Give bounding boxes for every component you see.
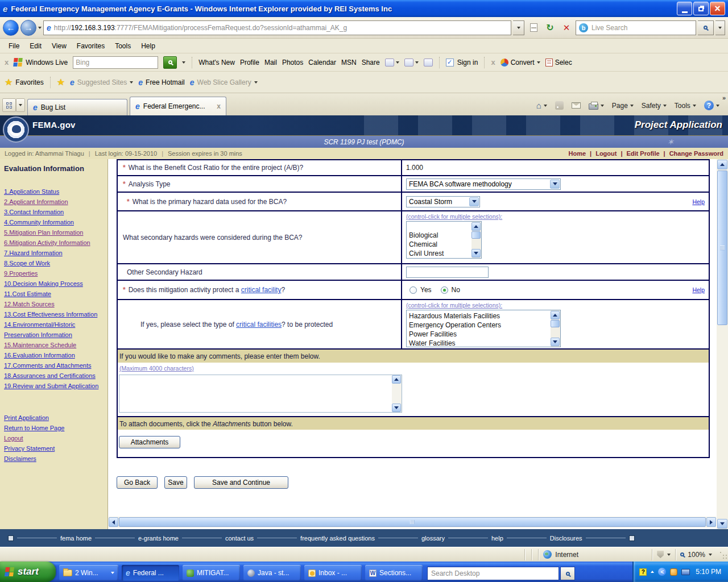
scroll-up-icon[interactable] xyxy=(717,160,727,169)
listbox-option[interactable]: Power Facilities xyxy=(409,330,549,339)
desktop-search-button[interactable] xyxy=(560,567,575,580)
live-calendar-link[interactable]: Calendar xyxy=(308,59,336,66)
feeds-button[interactable] xyxy=(552,100,566,111)
url-field[interactable]: e http://192.168.3.193:7777/FEMAMitigati… xyxy=(43,20,511,35)
close-button[interactable] xyxy=(710,2,725,15)
save-and-continue-button[interactable]: Save and Continue xyxy=(194,476,288,489)
live-mail-link[interactable]: Mail xyxy=(264,59,277,66)
listbox-option[interactable]: Chemical xyxy=(409,240,470,249)
window-titlebar[interactable]: Federal Emergency Management Agency E-Gr… xyxy=(0,0,728,17)
secondary-hazards-listbox[interactable]: Biological Chemical Civil Unrest xyxy=(406,221,482,259)
live-search-input[interactable] xyxy=(592,24,693,32)
go-back-button[interactable]: Go Back xyxy=(117,476,158,489)
bing-search-input[interactable] xyxy=(76,59,155,66)
sidebar-item-application-status[interactable]: 1.Application Status xyxy=(4,186,104,197)
attachments-button[interactable]: Attachments xyxy=(119,436,180,448)
critical-facility-types-listbox[interactable]: Hazardous Materials Facilities Emergency… xyxy=(406,310,561,347)
scroll-right-icon[interactable] xyxy=(706,517,716,527)
compatibility-view-button[interactable] xyxy=(526,20,541,35)
menu-view[interactable]: View xyxy=(47,40,72,52)
scroll-down-icon[interactable] xyxy=(471,249,481,257)
live-search-box[interactable] xyxy=(576,20,696,35)
sidebar-item-scope-of-work[interactable]: 8.Scope of Work xyxy=(4,258,104,268)
restore-button[interactable] xyxy=(693,2,709,15)
listbox-option[interactable]: Emergency Operation Centers xyxy=(409,321,549,330)
web-slice-gallery-button[interactable]: e Web Slice Gallery xyxy=(190,78,258,86)
bing-search-button[interactable] xyxy=(163,56,177,69)
nav-edit-profile-link[interactable]: Edit Profile xyxy=(617,150,659,157)
tab-close-icon[interactable]: x xyxy=(217,102,221,110)
protected-mode-section[interactable] xyxy=(652,549,675,560)
footer-link-faq[interactable]: frequently asked questions xyxy=(300,535,375,542)
taskbar-item-mitigation[interactable]: MITIGAT... xyxy=(183,565,240,581)
desktop-search-box[interactable] xyxy=(427,567,559,580)
zoom-control[interactable]: 100% xyxy=(675,549,717,560)
scroll-up-icon[interactable] xyxy=(471,222,481,231)
live-msn-link[interactable]: MSN xyxy=(341,59,357,66)
vertical-scroll-thumb[interactable] xyxy=(717,171,727,325)
analysis-type-select[interactable]: FEMA BCA software methodology xyxy=(406,178,561,190)
taskbar-item-sections[interactable]: Sections... xyxy=(365,565,423,581)
footer-link-egrants-home[interactable]: e-grants home xyxy=(138,535,179,542)
other-secondary-hazard-input[interactable] xyxy=(406,267,489,278)
scroll-down-icon[interactable] xyxy=(392,404,401,412)
save-button[interactable]: Save xyxy=(164,476,187,489)
bing-search-dropdown-icon[interactable] xyxy=(182,61,185,64)
scroll-down-icon[interactable] xyxy=(717,519,727,529)
tab-list-button[interactable] xyxy=(16,98,25,112)
footer-link-fema-home[interactable]: fema home xyxy=(60,535,92,542)
critical-facility-link[interactable]: critical facility xyxy=(241,286,282,294)
textarea-scrollbar[interactable] xyxy=(392,375,402,412)
suggested-sites-button[interactable]: e Suggested Sites xyxy=(70,78,133,86)
tools-menu-button[interactable]: Tools xyxy=(672,101,699,111)
listbox-option[interactable]: Biological xyxy=(409,231,470,240)
window-tool-icon[interactable] xyxy=(404,59,413,66)
radio-no[interactable] xyxy=(441,286,448,294)
menu-help[interactable]: Help xyxy=(136,40,160,52)
radio-yes[interactable] xyxy=(410,286,417,294)
select-button[interactable]: Selec xyxy=(545,59,572,66)
help-link[interactable]: Help xyxy=(692,286,705,293)
tray-app-icon[interactable] xyxy=(670,568,677,576)
refresh-button[interactable]: ↻ xyxy=(543,20,557,35)
quick-tabs-button[interactable] xyxy=(2,98,16,112)
sidebar-link-privacy-statement[interactable]: Privacy Statement xyxy=(4,443,104,454)
listbox-option[interactable]: Water Facilities xyxy=(409,339,549,347)
horizontal-scroll-thumb[interactable] xyxy=(119,517,706,527)
menu-file[interactable]: File xyxy=(3,40,24,52)
listbox-scrollbar[interactable] xyxy=(551,310,560,347)
fema-brand[interactable]: FEMA.gov xyxy=(32,120,76,130)
sidebar-item-applicant-information[interactable]: 2.Applicant Information xyxy=(4,197,104,207)
free-hotmail-button[interactable]: e Free Hotmail xyxy=(138,78,184,86)
menu-edit[interactable]: Edit xyxy=(24,40,47,52)
radio-no-label[interactable]: No xyxy=(452,286,460,294)
favorites-button[interactable]: ★ Favorites xyxy=(5,77,44,88)
back-button[interactable]: ← xyxy=(3,20,19,36)
desktop-search-input[interactable] xyxy=(431,569,555,577)
scroll-down-icon[interactable] xyxy=(551,338,560,346)
toolbar-close-icon[interactable]: x xyxy=(491,58,495,66)
comments-textarea[interactable] xyxy=(119,375,392,412)
sidebar-item-maintenance-schedule[interactable]: 15.Maintenance Schedule xyxy=(4,340,104,350)
read-mail-button[interactable] xyxy=(569,101,584,110)
sidebar-item-properties[interactable]: 9.Properties xyxy=(4,268,104,278)
sidebar-item-mitigation-activity-information[interactable]: 6.Mitigation Activity Information xyxy=(4,238,104,248)
nav-change-password-link[interactable]: Change Password xyxy=(660,150,723,157)
critical-facilities-link[interactable]: critical facilities xyxy=(236,321,282,329)
sidebar-item-decision-making-process[interactable]: 10.Decision Making Process xyxy=(4,278,104,289)
start-button[interactable]: start xyxy=(0,562,56,582)
page-menu-button[interactable]: Page xyxy=(609,101,636,111)
primary-hazard-select[interactable]: Coastal Storm xyxy=(406,196,480,207)
taskbar-item-java[interactable]: Java - st... xyxy=(243,565,301,581)
search-options-dropdown[interactable] xyxy=(715,20,725,35)
listbox-scrollbar[interactable] xyxy=(471,222,481,258)
nav-home-link[interactable]: Home xyxy=(569,150,586,157)
chevron-down-icon[interactable] xyxy=(550,180,560,189)
toolbar-overflow-chevron-icon[interactable] xyxy=(722,94,726,101)
nav-logout-link[interactable]: Logout xyxy=(586,150,617,157)
help-menu-button[interactable] xyxy=(701,99,722,111)
sidebar-item-mitigation-plan-information[interactable]: 5.Mitigation Plan Information xyxy=(4,227,104,238)
tray-network-icon[interactable] xyxy=(681,569,690,575)
forward-button[interactable]: → xyxy=(20,20,36,36)
tab-federal-emergency[interactable]: e Federal Emergenc... x xyxy=(130,97,226,115)
